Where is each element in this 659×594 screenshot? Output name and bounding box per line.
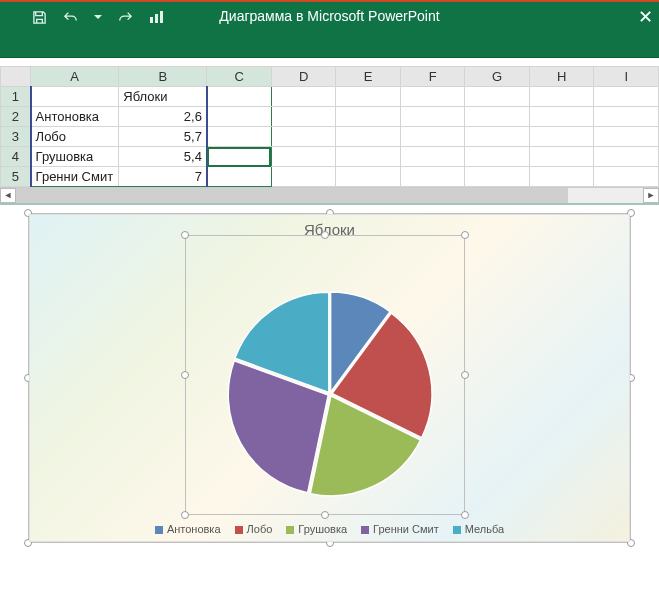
chart-legend: Антоновка Лобо Грушовка Гренни Смит Мель…: [30, 523, 629, 535]
cell[interactable]: [31, 87, 119, 107]
column-header-row: A B C D E F G H I: [1, 67, 659, 87]
legend-label: Гренни Смит: [373, 523, 439, 535]
chart-object[interactable]: Яблоки Антоновка Лобо Грушовка Гренни См…: [29, 214, 630, 542]
table-row[interactable]: 3 Лобо 5,7: [1, 127, 659, 147]
resize-handle[interactable]: [321, 511, 329, 519]
resize-handle[interactable]: [461, 231, 469, 239]
cell[interactable]: [594, 167, 659, 187]
col-header[interactable]: B: [119, 67, 207, 87]
col-header[interactable]: C: [207, 67, 272, 87]
cell[interactable]: [207, 87, 272, 107]
legend-item: Антоновка: [155, 523, 221, 535]
cell[interactable]: [336, 147, 401, 167]
col-header[interactable]: F: [400, 67, 465, 87]
cell[interactable]: [465, 107, 530, 127]
legend-swatch: [286, 526, 294, 534]
col-header[interactable]: H: [529, 67, 594, 87]
legend-swatch: [235, 526, 243, 534]
legend-item: Лобо: [235, 523, 273, 535]
legend-swatch: [361, 526, 369, 534]
cell[interactable]: Антоновка: [31, 107, 119, 127]
ribbon: Диаграмма в Microsoft PowerPoint ✕: [0, 0, 659, 58]
cell[interactable]: 5,4: [119, 147, 207, 167]
table-row[interactable]: 4 Грушовка 5,4: [1, 147, 659, 167]
cell[interactable]: Яблоки: [119, 87, 207, 107]
cell[interactable]: [400, 87, 465, 107]
legend-item: Гренни Смит: [361, 523, 439, 535]
data-grid[interactable]: A B C D E F G H I 1 Яблоки 2 Антоновка 2…: [0, 66, 659, 187]
cell[interactable]: [271, 107, 336, 127]
cell[interactable]: [594, 87, 659, 107]
col-header[interactable]: D: [271, 67, 336, 87]
cell[interactable]: [594, 107, 659, 127]
cell[interactable]: [336, 127, 401, 147]
cell[interactable]: 5,7: [119, 127, 207, 147]
cell[interactable]: [400, 167, 465, 187]
cell[interactable]: [594, 147, 659, 167]
cell[interactable]: [271, 167, 336, 187]
cell[interactable]: [529, 107, 594, 127]
cell[interactable]: [529, 167, 594, 187]
close-icon[interactable]: ✕: [638, 6, 653, 28]
row-header[interactable]: 5: [1, 167, 31, 187]
resize-handle[interactable]: [321, 231, 329, 239]
cell[interactable]: [594, 127, 659, 147]
scroll-right-icon[interactable]: ►: [643, 188, 659, 203]
legend-item: Грушовка: [286, 523, 347, 535]
cell[interactable]: Гренни Смит: [31, 167, 119, 187]
row-header[interactable]: 1: [1, 87, 31, 107]
cell[interactable]: [465, 87, 530, 107]
table-row[interactable]: 2 Антоновка 2,6: [1, 107, 659, 127]
resize-handle[interactable]: [181, 231, 189, 239]
horizontal-scrollbar[interactable]: ◄ ►: [0, 187, 659, 203]
col-header[interactable]: A: [31, 67, 119, 87]
cell[interactable]: [336, 107, 401, 127]
cell[interactable]: [336, 87, 401, 107]
cell[interactable]: [529, 127, 594, 147]
legend-swatch: [453, 526, 461, 534]
cell[interactable]: [400, 127, 465, 147]
row-header[interactable]: 3: [1, 127, 31, 147]
cell[interactable]: [529, 87, 594, 107]
resize-handle[interactable]: [461, 371, 469, 379]
table-row[interactable]: 5 Гренни Смит 7: [1, 167, 659, 187]
cell[interactable]: [465, 167, 530, 187]
cell[interactable]: [336, 167, 401, 187]
scroll-left-icon[interactable]: ◄: [0, 188, 16, 203]
cell[interactable]: [529, 147, 594, 167]
resize-handle[interactable]: [181, 371, 189, 379]
legend-swatch: [155, 526, 163, 534]
scrollbar-thumb[interactable]: [16, 188, 568, 203]
chart-selection-box[interactable]: Яблоки Антоновка Лобо Грушовка Гренни См…: [28, 213, 631, 543]
cell[interactable]: [271, 127, 336, 147]
cell[interactable]: [465, 147, 530, 167]
legend-label: Антоновка: [167, 523, 221, 535]
data-grid-panel: A B C D E F G H I 1 Яблоки 2 Антоновка 2…: [0, 58, 659, 205]
select-all-cell[interactable]: [1, 67, 31, 87]
cell[interactable]: 2,6: [119, 107, 207, 127]
active-cell[interactable]: [207, 147, 272, 167]
col-header[interactable]: E: [336, 67, 401, 87]
col-header[interactable]: I: [594, 67, 659, 87]
legend-label: Мельба: [465, 523, 504, 535]
row-header[interactable]: 4: [1, 147, 31, 167]
cell[interactable]: 7: [119, 167, 207, 187]
cell[interactable]: [400, 147, 465, 167]
cell[interactable]: [207, 107, 272, 127]
legend-label: Лобо: [247, 523, 273, 535]
scrollbar-track[interactable]: [16, 188, 643, 203]
cell[interactable]: [271, 147, 336, 167]
pie-chart: [215, 279, 445, 509]
table-row[interactable]: 1 Яблоки: [1, 87, 659, 107]
cell[interactable]: Грушовка: [31, 147, 119, 167]
cell[interactable]: Лобо: [31, 127, 119, 147]
cell[interactable]: [271, 87, 336, 107]
row-header[interactable]: 2: [1, 107, 31, 127]
col-header[interactable]: G: [465, 67, 530, 87]
cell[interactable]: [465, 127, 530, 147]
resize-handle[interactable]: [181, 511, 189, 519]
cell[interactable]: [207, 127, 272, 147]
cell[interactable]: [400, 107, 465, 127]
resize-handle[interactable]: [461, 511, 469, 519]
cell[interactable]: [207, 167, 272, 187]
